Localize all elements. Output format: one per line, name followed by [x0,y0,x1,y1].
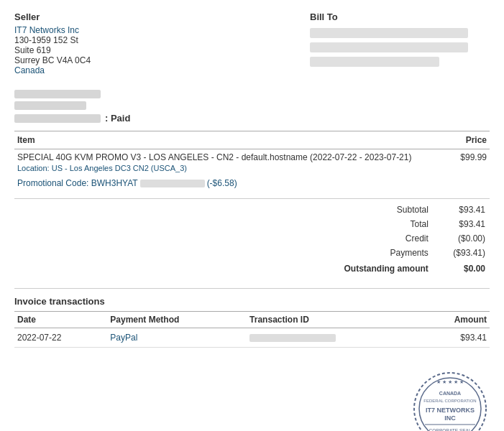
promo-cell: Promotional Code: BWH3HYAT(-$6.58) [14,175,490,191]
invoice-field-blurred [14,114,101,123]
header-section: Seller IT7 Networks Inc 130-1959 152 St … [14,11,490,75]
promo-prefix: Promotional Code: BWH3HYAT [17,178,138,188]
promo-row: Promotional Code: BWH3HYAT(-$6.58) [14,175,490,191]
outstanding-label: Outstanding amount [311,261,437,275]
credit-label: Credit [311,232,437,245]
bill-to-label: Bill To [310,11,490,22]
seller-country: Canada [14,65,158,75]
price-col-header: Price [454,131,490,149]
transactions-title: Invoice transactions [14,296,490,307]
seal-line3b: INC [444,414,456,422]
bill-to-address1-blurred [310,42,468,52]
transactions-table: Date Payment Method Transaction ID Amoun… [14,311,490,348]
trans-data-row: 2022-07-22 PayPal $93.41 [14,328,490,348]
payments-row: Payments ($93.41) [311,246,488,259]
trans-method: PayPal [107,328,247,348]
meta-status-row: : Paid [14,113,490,124]
trans-id-cell [247,328,418,348]
promo-code-blurred [140,180,205,187]
invoice-number-blurred [14,90,101,98]
invoice-status: : Paid [105,113,130,124]
seal-line4: CORPORATE SEAL [429,428,472,431]
seal-line1: CANADA [439,391,461,396]
invoice-table-header: Item Price [14,131,490,149]
footer-section: Document prepared: 2023-01-05 02:22 EST … [14,369,490,431]
seller-block: Seller IT7 Networks Inc 130-1959 152 St … [14,11,158,75]
invoice-table: Item Price SPECIAL 40G KVM PROMO V3 - LO… [14,131,490,191]
col-method: Payment Method [107,312,247,328]
trans-id-blurred [249,334,336,342]
bill-to-block: Bill To [310,11,490,75]
seal-line3a: IT7 NETWORKS [426,407,475,414]
seller-address1: 130-1959 152 St [14,35,158,45]
promo-discount: (-$6.58) [207,178,237,188]
seller-address3: Surrey BC V4A 0C4 [14,55,158,65]
seller-address2: Suite 619 [14,45,158,55]
subtotal-row: Subtotal $93.41 [311,203,488,216]
col-txid: Transaction ID [247,312,418,328]
trans-header-row: Date Payment Method Transaction ID Amoun… [14,312,490,328]
subtotal-value: $93.41 [439,203,488,216]
svg-point-1 [419,378,481,431]
item-col-header: Item [14,131,454,149]
outstanding-row: Outstanding amount $0.00 [311,261,488,275]
trans-paypal: PayPal [110,333,137,343]
invoice-item-price: $99.99 [454,149,490,176]
payments-value: ($93.41) [439,246,488,259]
total-label: Total [311,218,437,231]
item-location: Location: US - Los Angeles DC3 CN2 (USCA… [17,164,452,172]
col-date: Date [14,312,107,328]
total-row: Total $93.41 [311,218,488,231]
trans-date: 2022-07-22 [14,328,107,348]
item-description: SPECIAL 40G KVM PROMO V3 - LOS ANGELES -… [17,152,452,162]
totals-section: Subtotal $93.41 Total $93.41 Credit ($0.… [14,202,490,277]
invoice-meta: : Paid [14,90,490,124]
seller-label: Seller [14,11,158,22]
seal-line2: FEDERAL CORPORATION [423,399,476,403]
trans-amount: $93.41 [418,328,490,348]
svg-text:★ ★ ★ ★ ★: ★ ★ ★ ★ ★ [436,379,464,384]
transactions-section: Invoice transactions Date Payment Method… [14,296,490,348]
divider2 [14,288,490,289]
corporate-seal: ★ ★ ★ ★ ★ CANADA FEDERAL CORPORATION IT7… [411,369,490,431]
col-amount: Amount [418,312,490,328]
totals-table: Subtotal $93.41 Total $93.41 Credit ($0.… [310,202,490,277]
payments-label: Payments [311,246,437,259]
bill-to-name-blurred [310,28,468,38]
total-value: $93.41 [439,218,488,231]
meta-row2 [14,101,490,110]
invoice-item-row: SPECIAL 40G KVM PROMO V3 - LOS ANGELES -… [14,149,490,176]
invoice-date-blurred [14,101,86,110]
seal-svg: ★ ★ ★ ★ ★ CANADA FEDERAL CORPORATION IT7… [411,369,490,431]
divider1 [14,198,490,199]
bill-to-address2-blurred [310,57,439,67]
meta-row1 [14,90,490,98]
credit-value: ($0.00) [439,232,488,245]
credit-row: Credit ($0.00) [311,232,488,245]
outstanding-value: $0.00 [439,261,488,275]
invoice-item-desc-cell: SPECIAL 40G KVM PROMO V3 - LOS ANGELES -… [14,149,454,176]
seller-company: IT7 Networks Inc [14,25,158,35]
subtotal-label: Subtotal [311,203,437,216]
